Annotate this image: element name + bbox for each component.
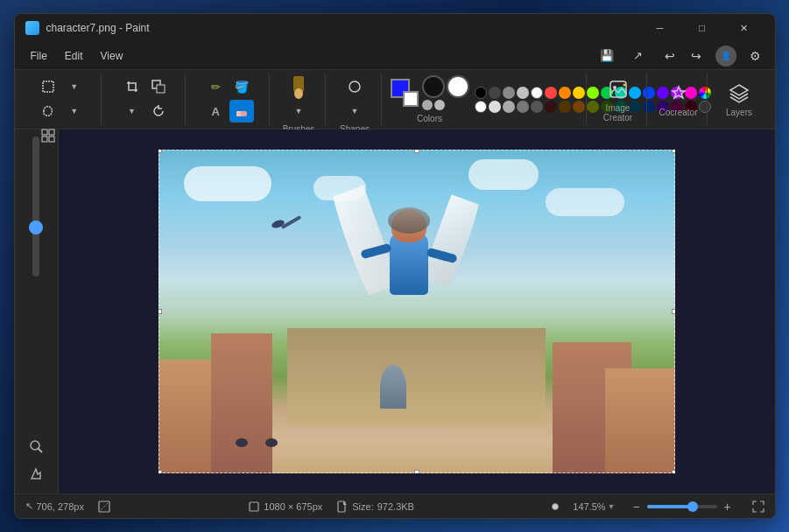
dimensions-value: 1080 × 675px [264, 501, 322, 512]
zoom-circle [552, 503, 559, 510]
image-creator-button[interactable] [602, 77, 634, 102]
zoom-bar-thumb[interactable] [687, 501, 698, 512]
eraser-button[interactable] [229, 100, 254, 122]
redo-button[interactable]: ↪ [684, 44, 708, 68]
close-button[interactable]: ✕ [724, 14, 764, 42]
zoom-indicator [552, 503, 559, 510]
color-light1[interactable] [517, 87, 529, 99]
svg-point-15 [349, 81, 360, 92]
image-dimensions: 1080 × 675px [248, 500, 322, 513]
zoom-slider-container [32, 136, 39, 427]
zoom-dropdown-icon[interactable]: ▼ [608, 502, 616, 511]
crop-button[interactable] [120, 75, 144, 98]
zoom-bar-fill [647, 505, 689, 508]
building-far-right [605, 368, 675, 473]
layers-button[interactable] [723, 81, 755, 106]
svg-rect-0 [43, 81, 53, 92]
select-dropdown-button[interactable]: ▼ [62, 75, 87, 98]
select-freeform-dropdown[interactable]: ▼ [62, 100, 87, 122]
resize-button[interactable] [146, 75, 171, 98]
color-r6[interactable] [545, 101, 557, 113]
svg-line-19 [38, 448, 42, 452]
brushes-dropdown[interactable]: ▼ [286, 100, 311, 122]
cloud-4 [546, 188, 624, 216]
color-r8[interactable] [573, 101, 585, 113]
toolbar-group-tools: ✏ 🪣 A 💉 Tools [189, 74, 270, 125]
color-r3[interactable] [503, 101, 515, 113]
shapes-dropdown[interactable]: ▼ [342, 100, 367, 122]
zoom-out-button[interactable]: − [630, 500, 644, 514]
color-r4[interactable] [517, 101, 529, 113]
active-color-circle[interactable] [422, 75, 445, 98]
toolbar: ▼ ▼ Selection [15, 70, 775, 130]
zoom-value-display[interactable]: 147.5% ▼ [573, 501, 615, 512]
color-white[interactable] [531, 87, 543, 99]
zoom-bar-track[interactable] [647, 505, 717, 508]
background-color[interactable] [403, 91, 419, 107]
color-swatch-2[interactable] [434, 100, 445, 110]
svg-rect-8 [157, 85, 165, 93]
undo-button[interactable]: ↩ [658, 44, 682, 68]
settings-button[interactable]: ⚙ [743, 44, 768, 68]
color-r2[interactable] [489, 101, 501, 113]
select-rect-button[interactable] [36, 75, 60, 98]
fill-button[interactable]: 🪣 [229, 75, 254, 98]
pencil-button[interactable]: ✏ [203, 75, 228, 98]
color-r5[interactable] [531, 101, 543, 113]
fullscreen-button[interactable] [752, 500, 764, 513]
zoom-thumb[interactable] [29, 220, 43, 234]
maximize-button[interactable]: □ [682, 14, 722, 42]
shapes-circle-button[interactable] [342, 75, 367, 98]
menu-edit[interactable]: Edit [56, 46, 92, 66]
color-dark1[interactable] [489, 87, 501, 99]
share-button[interactable]: ↗ [626, 44, 651, 68]
color-orange[interactable] [559, 87, 571, 99]
canvas-image[interactable] [159, 150, 675, 473]
toolbar-group-image-creator: Image Creator [590, 74, 647, 125]
status-bar: ↖ 706, 278px 1080 × 675px Size: 972.3KB … [15, 494, 775, 518]
ground-birds [236, 438, 278, 447]
color-red[interactable] [545, 87, 557, 99]
rotate-button[interactable] [146, 100, 171, 122]
account-button[interactable]: 👤 [715, 46, 736, 66]
menu-file[interactable]: File [22, 46, 56, 66]
svg-rect-16 [610, 81, 626, 97]
plaza [287, 328, 546, 425]
color-dark2[interactable] [503, 87, 515, 99]
color-r7[interactable] [559, 101, 571, 113]
zoom-track[interactable] [32, 136, 39, 276]
toolbar-group-cocreator: Cocreator [651, 74, 708, 125]
app-icon [25, 21, 39, 35]
toolbar-group-shapes: ▼ Shapes [329, 74, 382, 125]
app-window: character7.png - Paint ─ □ ✕ File Edit V… [14, 13, 776, 519]
bird [271, 220, 298, 238]
text-button[interactable]: A [203, 100, 228, 122]
file-size: Size: 972.3KB [336, 500, 414, 513]
canvas-area[interactable] [59, 130, 775, 494]
zoom-tool-button[interactable] [22, 434, 50, 458]
color-swatch-1[interactable] [422, 100, 433, 110]
white-color-circle[interactable] [447, 75, 469, 98]
cloud-1 [184, 166, 271, 201]
zoom-percent: 147.5% [573, 501, 605, 512]
zoom-in-button[interactable]: + [721, 500, 735, 514]
brush-select-button[interactable] [286, 75, 311, 98]
image-creator-label: Image Creator [597, 103, 639, 122]
select-all-button[interactable] [36, 124, 60, 147]
select-freeform-button[interactable] [36, 100, 60, 122]
color-yellow[interactable] [573, 87, 585, 99]
svg-point-14 [294, 88, 303, 99]
undo-redo-group: ↩ ↪ [658, 44, 708, 68]
canvas-wrapper [159, 150, 675, 473]
minimize-button[interactable]: ─ [640, 14, 680, 42]
color-r1[interactable] [475, 101, 487, 113]
menu-view[interactable]: View [92, 46, 132, 66]
quick-tool-button[interactable] [22, 462, 50, 486]
resize-dropdown[interactable]: ▼ [120, 100, 144, 122]
shapes-buttons: ▼ [335, 75, 376, 122]
toolbar-group-layers: Layers [711, 74, 768, 125]
resize-status[interactable] [98, 500, 110, 513]
save-button[interactable]: 💾 [595, 44, 619, 68]
color-black[interactable] [475, 87, 487, 99]
cocreator-button[interactable] [663, 81, 694, 106]
